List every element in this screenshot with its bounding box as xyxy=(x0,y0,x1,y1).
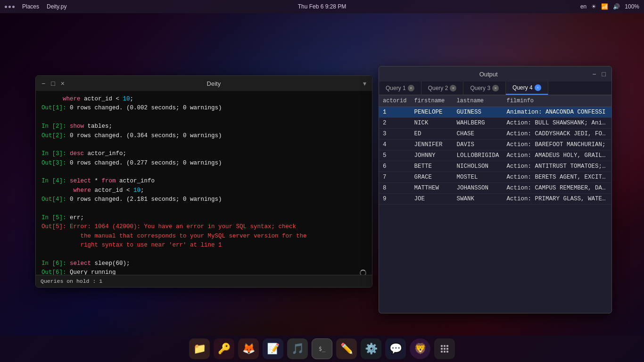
taskbar-settings-icon[interactable]: ⚙️ xyxy=(361,338,381,359)
cell-firstname: JOHNNY xyxy=(410,150,453,161)
cell-rownum: 6 xyxy=(379,161,410,172)
system-menu-button[interactable] xyxy=(5,6,15,8)
taskbar-avatar-icon[interactable]: 🦁 xyxy=(410,338,430,359)
taskbar-terminal-icon[interactable]: $_ xyxy=(312,338,332,359)
output-minimize-button[interactable]: − xyxy=(592,70,596,78)
cell-lastname: GUINESS xyxy=(453,107,503,118)
terminal-line-err1: the manual that corresponds to your MySQ… xyxy=(41,232,366,241)
terminal-close-button[interactable]: × xyxy=(61,80,65,87)
brightness-icon[interactable]: ☀ xyxy=(591,3,596,10)
output-table: actorid firstname lastname filminfo 1 PE… xyxy=(379,95,611,205)
terminal-line-out4: Out[4]: 0 rows changed. (2.181 seconds; … xyxy=(41,195,366,204)
terminal-line-in6: In [6]: select sleep(60); xyxy=(41,259,366,268)
topbar-datetime: Thu Feb 6 9:28 PM xyxy=(298,3,347,10)
cell-filminfo: Action: CAMPUS REMEMBER, DANG xyxy=(503,183,611,194)
cell-rownum: 9 xyxy=(379,194,410,205)
table-row[interactable]: 1 PENELOPE GUINESS Animation: ANACONDA C… xyxy=(379,107,611,118)
terminal-body[interactable]: where actor_id < 10; Out[1]: 0 rows chan… xyxy=(36,91,372,275)
cell-rownum: 1 xyxy=(379,107,410,118)
tab-query2-close[interactable]: × xyxy=(450,85,456,91)
terminal-line-1: where actor_id < 10; xyxy=(41,95,366,104)
output-table-container[interactable]: actorid firstname lastname filminfo 1 PE… xyxy=(379,95,611,313)
cell-rownum: 8 xyxy=(379,183,410,194)
terminal-minimize-button[interactable]: − xyxy=(41,80,45,87)
cell-firstname: JOE xyxy=(410,194,453,205)
output-tabs: Query 1 × Query 2 × Query 3 × Query 4 × xyxy=(379,82,611,95)
output-titlebar: Output − □ xyxy=(379,66,611,82)
taskbar-editor-icon[interactable]: ✏️ xyxy=(336,338,357,359)
terminal-line-in5: In [5]: err; xyxy=(41,214,366,222)
cell-lastname: SWANK xyxy=(453,194,503,205)
cell-filminfo: Action: ANTITRUST TOMATOES; An xyxy=(503,161,611,172)
cell-filminfo: Action: BULL SHAWSHANK; Anima xyxy=(503,118,611,129)
terminal-titlebar: − □ × Deity ▾ xyxy=(36,76,372,91)
cell-firstname: NICK xyxy=(410,118,453,129)
col-header-lastname: lastname xyxy=(453,95,503,107)
terminal-window-controls: − □ × xyxy=(41,80,65,87)
cell-lastname: LOLLOBRIGIDA xyxy=(453,150,503,161)
terminal-line-in4b: where actor_id < 10; xyxy=(41,186,366,195)
topbar-places[interactable]: Places xyxy=(22,3,39,10)
topbar-left: Places Deity.py xyxy=(5,3,67,10)
taskbar-keys-icon[interactable]: 🔑 xyxy=(214,338,234,359)
cell-filminfo: Action: CADDYSHACK JEDI, FORRE xyxy=(503,129,611,140)
cell-filminfo: Action: BAREFOOT MANCHURIAN; xyxy=(503,140,611,150)
table-row[interactable]: 5 JOHNNY LOLLOBRIGIDA Action: AMADEUS HO… xyxy=(379,150,611,161)
topbar-right: en ☀ 📶 🔊 100% xyxy=(580,3,639,10)
terminal-line-out5: Out[5]: Error: 1064 (42000): You have an… xyxy=(41,222,366,231)
terminal-line-out6: Out[6]: Query running xyxy=(41,268,366,275)
terminal-footer: Queries on hold : 1 xyxy=(36,275,372,287)
terminal-dropdown-button[interactable]: ▾ xyxy=(363,80,366,87)
taskbar-docs-icon[interactable]: 📝 xyxy=(263,338,283,359)
cell-filminfo: Action: AMADEUS HOLY, GRAIL FRA xyxy=(503,150,611,161)
tab-query3[interactable]: Query 3 × xyxy=(463,82,506,95)
taskbar-music-icon[interactable]: 🎵 xyxy=(287,338,308,359)
cell-firstname: PENELOPE xyxy=(410,107,453,118)
topbar: Places Deity.py Thu Feb 6 9:28 PM en ☀ 📶… xyxy=(0,0,644,13)
tab-query2[interactable]: Query 2 × xyxy=(421,82,464,95)
tab-query4-close[interactable]: × xyxy=(535,84,541,91)
table-row[interactable]: 6 BETTE NICHOLSON Action: ANTITRUST TOMA… xyxy=(379,161,611,172)
taskbar-files-icon[interactable]: 📁 xyxy=(189,338,210,359)
taskbar-messaging-icon[interactable]: 💬 xyxy=(385,338,406,359)
cell-lastname: MOSTEL xyxy=(453,172,503,183)
table-row[interactable]: 3 ED CHASE Action: CADDYSHACK JEDI, FORR… xyxy=(379,129,611,140)
cell-lastname: NICHOLSON xyxy=(453,161,503,172)
cell-lastname: WAHLBERG xyxy=(453,118,503,129)
terminal-window: − □ × Deity ▾ where actor_id < 10; Out[1… xyxy=(35,75,372,288)
taskbar-firefox-icon[interactable]: 🦊 xyxy=(238,338,259,359)
table-row[interactable]: 4 JENNIFER DAVIS Action: BAREFOOT MANCHU… xyxy=(379,140,611,150)
cell-rownum: 5 xyxy=(379,150,410,161)
output-window: Output − □ Query 1 × Query 2 × Query 3 ×… xyxy=(379,66,612,313)
cell-lastname: DAVIS xyxy=(453,140,503,150)
output-table-header: actorid firstname lastname filminfo xyxy=(379,95,611,107)
taskbar-apps-icon[interactable] xyxy=(434,338,455,359)
col-header-actorid: actorid xyxy=(379,95,410,107)
topbar-app[interactable]: Deity.py xyxy=(47,3,66,10)
table-row[interactable]: 8 MATTHEW JOHANSSON Action: CAMPUS REMEM… xyxy=(379,183,611,194)
cell-rownum: 2 xyxy=(379,118,410,129)
cell-firstname: BETTE xyxy=(410,161,453,172)
taskbar: 📁 🔑 🦊 📝 🎵 $_ ✏️ ⚙️ 💬 🦁 xyxy=(0,336,644,362)
cell-filminfo: Action: BERETS AGENT, EXCITEME xyxy=(503,172,611,183)
output-window-controls: − □ xyxy=(592,70,606,78)
wifi-icon[interactable]: 📶 xyxy=(601,3,608,10)
tab-query1-close[interactable]: × xyxy=(408,85,414,91)
terminal-line-in2: In [2]: show tables; xyxy=(41,122,366,131)
output-maximize-button[interactable]: □ xyxy=(602,70,606,78)
terminal-line-in3: In [3]: desc actor_info; xyxy=(41,149,366,158)
topbar-lang: en xyxy=(580,3,586,10)
table-row[interactable]: 7 GRACE MOSTEL Action: BERETS AGENT, EXC… xyxy=(379,172,611,183)
table-row[interactable]: 2 NICK WAHLBERG Action: BULL SHAWSHANK; … xyxy=(379,118,611,129)
cell-rownum: 3 xyxy=(379,129,410,140)
tab-query4[interactable]: Query 4 × xyxy=(506,82,548,95)
cell-lastname: CHASE xyxy=(453,129,503,140)
tab-query3-close[interactable]: × xyxy=(492,85,499,91)
volume-icon[interactable]: 🔊 xyxy=(613,3,620,10)
terminal-line-out3: Out[3]: 0 rows changed. (0.277 seconds; … xyxy=(41,159,366,168)
cell-filminfo: Animation: ANACONDA CONFESSI xyxy=(503,107,611,118)
terminal-maximize-button[interactable]: □ xyxy=(51,80,55,87)
table-row[interactable]: 9 JOE SWANK Action: PRIMARY GLASS, WATER… xyxy=(379,194,611,205)
cell-firstname: MATTHEW xyxy=(410,183,453,194)
tab-query1[interactable]: Query 1 × xyxy=(379,82,421,95)
